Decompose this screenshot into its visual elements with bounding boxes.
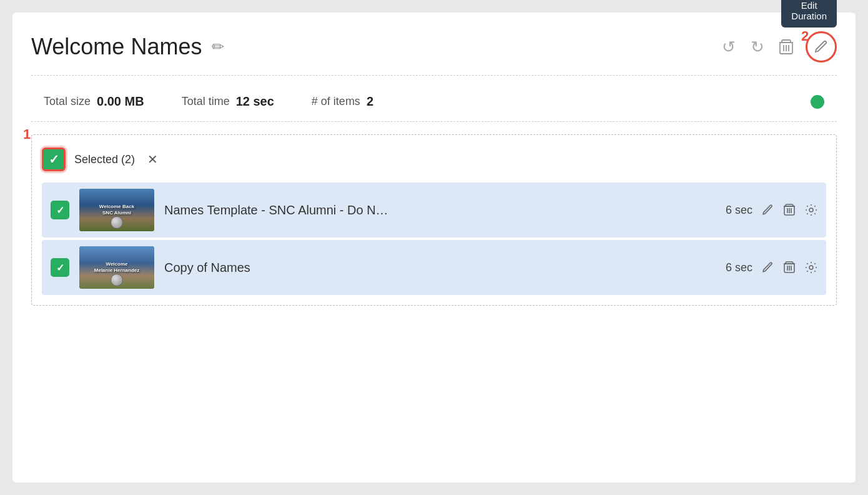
header-divider [31,75,837,76]
total-size-label: Total size [44,95,91,108]
content-divider [31,121,837,122]
items-count-stat: # of items 2 [312,94,373,109]
page-title: Welcome Names [31,34,202,60]
header-row: Welcome Names ✏ ↺ ↻ Edit Duration [31,31,837,62]
selection-bar: Selected (2) ✕ [42,145,826,174]
item-actions-2 [762,261,817,274]
list-number-badge: 1 [23,126,31,142]
header-actions: ↺ ↻ Edit Duration 2 [719,31,837,62]
svg-point-16 [809,266,813,269]
items-count-label: # of items [312,95,360,108]
selected-label: Selected (2) [74,153,135,166]
edit-duration-popup: Edit Duration [781,0,837,28]
item-settings-button-2[interactable] [805,261,817,274]
stats-row: Total size 0.00 MB Total time 12 sec # o… [31,88,837,121]
item-duration-1: 6 sec [726,204,752,217]
total-time-stat: Total time 12 sec [182,94,274,109]
svg-point-10 [809,208,813,212]
thumbnail-text-2: WelcomeMelanie Hernandez [92,261,142,273]
item-name-1: Names Template - SNC Alumni - Do N… [164,203,716,218]
thumbnail-disc-2 [111,274,123,286]
item-checkbox-1[interactable] [51,201,69,219]
table-row: WelcomeMelanie Hernandez Copy of Names 6… [42,240,826,295]
undo-button[interactable]: ↺ [719,35,738,59]
item-checkbox-2[interactable] [51,258,69,277]
items-list: Welcome BackSNC Alumni Names Template - … [42,182,826,295]
item-delete-button-1[interactable] [784,204,795,216]
item-settings-button-1[interactable] [805,204,817,216]
redo-button[interactable]: ↻ [748,35,767,59]
table-row: Welcome BackSNC Alumni Names Template - … [42,182,826,238]
item-edit-button-1[interactable] [762,204,774,216]
clear-selection-button[interactable]: ✕ [144,151,162,168]
delete-button[interactable] [777,36,796,58]
total-size-stat: Total size 0.00 MB [44,94,144,109]
items-count-value: 2 [367,94,373,109]
list-container: 1 Selected (2) ✕ Welcome BackSNC Alumni … [31,134,837,306]
item-delete-button-2[interactable] [784,261,795,274]
item-actions-1 [762,204,817,216]
select-all-checkbox[interactable] [42,148,66,171]
status-dot [811,95,824,109]
title-area: Welcome Names ✏ [31,34,227,60]
total-time-label: Total time [182,95,230,108]
item-thumbnail-1: Welcome BackSNC Alumni [79,189,154,231]
total-size-value: 0.00 MB [97,94,144,109]
edit-duration-wrapper: Edit Duration 2 [806,31,837,62]
main-container: Welcome Names ✏ ↺ ↻ Edit Duration [12,12,856,482]
thumbnail-text-1: Welcome BackSNC Alumni [97,204,137,216]
thumbnail-disc-1 [111,216,123,229]
edit-duration-button[interactable]: 2 [806,31,837,62]
item-thumbnail-2: WelcomeMelanie Hernandez [79,246,154,289]
edit-title-button[interactable]: ✏ [209,36,227,58]
item-name-2: Copy of Names [164,261,716,275]
item-duration-2: 6 sec [726,261,752,274]
item-edit-button-2[interactable] [762,262,774,273]
edit-badge-number: 2 [801,28,809,44]
total-time-value: 12 sec [236,94,274,109]
